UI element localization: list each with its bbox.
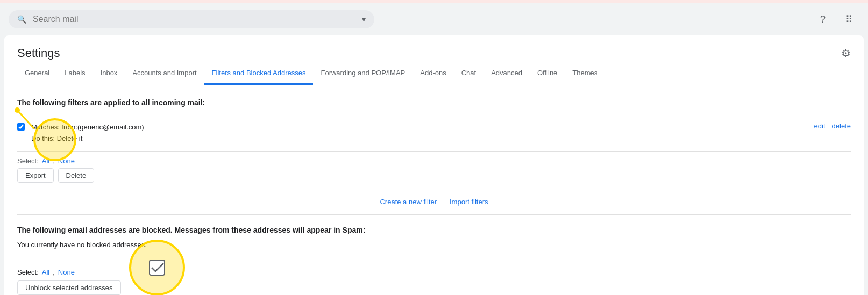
blocked-select-separator: , [53,268,55,276]
gear-icon[interactable]: ⚙ [841,47,851,60]
filter-action: Do this: Delete it [31,133,814,145]
blocked-annotation-wrapper: You currently have no blocked addresses. [17,241,851,249]
filter-matches: Matches: from:(generic@email.com) [31,122,814,133]
no-blocked-msg: You currently have no blocked addresses. [17,241,851,249]
delete-button[interactable]: Delete [58,168,95,183]
create-filter-row: Create a new filter Import filters [17,191,851,215]
settings-page: Settings ⚙ General Labels Inbox Accounts… [4,35,864,295]
search-icon: 🔍 [17,15,26,24]
filter-row-wrapper: Matches: from:(generic@email.com) Do thi… [17,116,851,152]
filter-select-none[interactable]: None [58,157,75,165]
blocked-select-label: Select: [17,268,39,276]
tab-general[interactable]: General [17,62,57,85]
tab-themes[interactable]: Themes [565,62,605,85]
filter-select-row: Select: All , None [17,157,851,165]
filter-details: Matches: from:(generic@email.com) Do thi… [31,122,814,145]
filter-edit-button[interactable]: edit [814,122,826,130]
blocked-select-row: Select: All , None [17,268,851,276]
blocked-section-heading: The following email addresses are blocke… [17,226,851,234]
filter-select-separator: , [53,157,55,165]
filter-delete-button[interactable]: delete [832,122,851,130]
svg-point-2 [15,107,20,113]
filter-actions: edit delete [814,122,851,130]
apps-button[interactable]: ⠿ [838,9,859,30]
tab-forwarding[interactable]: Forwarding and POP/IMAP [313,62,412,85]
tab-inbox[interactable]: Inbox [93,62,125,85]
help-button[interactable]: ? [812,9,834,30]
search-bar[interactable]: 🔍 ▾ [9,10,374,28]
page-title: Settings [17,46,60,60]
dropdown-icon[interactable]: ▾ [362,15,366,24]
tab-addons[interactable]: Add-ons [412,62,453,85]
tabs-bar: General Labels Inbox Accounts and Import… [4,62,864,85]
unblock-selected-button[interactable]: Unblock selected addresses [17,280,121,295]
create-filter-button[interactable]: Create a new filter [380,198,437,206]
blocked-select-all[interactable]: All [42,268,49,276]
header-right: ? ⠿ [812,9,859,30]
settings-title-row: Settings ⚙ [4,35,864,60]
filter-select-label: Select: [17,157,39,165]
filter-checkbox[interactable] [17,123,25,131]
blocked-select-none[interactable]: None [58,268,75,276]
tab-labels[interactable]: Labels [57,62,93,85]
tab-filters[interactable]: Filters and Blocked Addresses [204,62,314,85]
unblock-btn-wrapper: Unblock selected addresses [17,280,851,295]
header: 🔍 ▾ ? ⠿ [0,3,868,35]
tab-advanced[interactable]: Advanced [483,62,530,85]
search-input[interactable] [33,15,355,24]
import-filters-button[interactable]: Import filters [450,198,488,206]
filters-section-heading: The following filters are applied to all… [17,98,851,107]
filter-action-btns: Export Delete [17,168,851,183]
settings-content: The following filters are applied to all… [4,85,864,295]
filter-row: Matches: from:(generic@email.com) Do thi… [17,116,851,152]
tab-chat[interactable]: Chat [454,62,483,85]
export-button[interactable]: Export [17,168,54,183]
filter-select-all[interactable]: All [42,157,49,165]
tab-accounts[interactable]: Accounts and Import [125,62,204,85]
tab-offline[interactable]: Offline [530,62,565,85]
